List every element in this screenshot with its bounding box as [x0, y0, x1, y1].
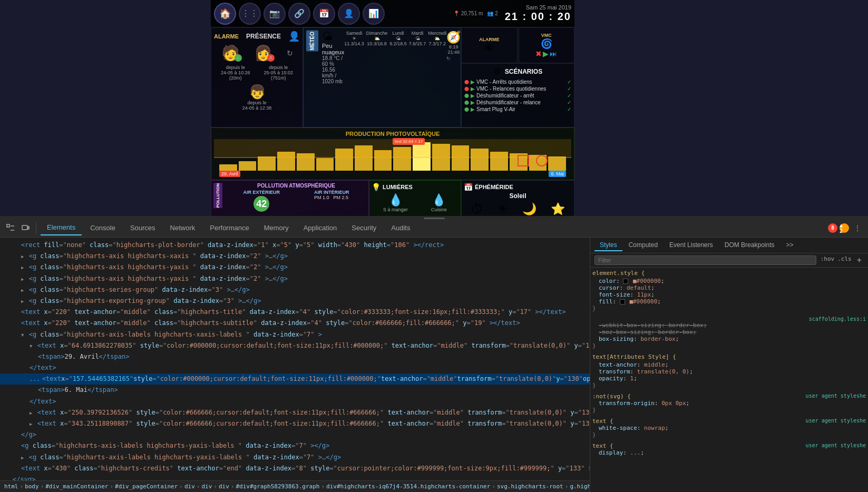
elements-content[interactable]: <rect fill="none" class="highcharts-plot… [0, 238, 590, 480]
reset-btn[interactable]: ↻ [446, 56, 461, 61]
text-avril-chevron[interactable] [30, 342, 32, 349]
tab-elements[interactable]: Elements [41, 221, 82, 235]
notification-badges: 8 ▲ 2 ⋮ [828, 222, 864, 234]
tab-network[interactable]: Network [164, 221, 202, 235]
breadcrumb-graph[interactable]: #div#graph58293863.graph [236, 483, 319, 490]
ephem-moon: 🌙 [522, 202, 537, 216]
meteo-icon: 🌤 [322, 31, 344, 43]
tab-console[interactable]: Console [84, 221, 122, 235]
ylabel2-chevron[interactable] [21, 454, 24, 461]
line-text-6mai-selected[interactable]: ... <text x="157.54465382165" style="col… [0, 373, 590, 385]
breadcrumb-highcharts-container[interactable]: div#highcharts-iq67j4-3514.highcharts-co… [326, 483, 490, 490]
tab-performance[interactable]: Performance [203, 221, 255, 235]
text4-chevron[interactable] [30, 420, 32, 427]
ephem-times: ⏱ ☀ 🌙 ⭐ [464, 202, 572, 217]
line-credits: <text x="430" class="highcharts-credits"… [0, 463, 590, 474]
sc2-label: VMC - Relances quotidiennes [476, 86, 546, 92]
chart-button[interactable]: 📊 [363, 3, 385, 25]
svg-rect-0 [7, 224, 9, 227]
tab-memory[interactable]: Memory [258, 221, 295, 235]
person-3-label: depuis le [214, 100, 300, 105]
star-icon: ⭐ [551, 202, 565, 216]
series-chevron[interactable] [21, 286, 24, 293]
fill-swatch-1 [620, 299, 625, 304]
moon-icon: 🌙 [522, 202, 537, 216]
tab-application[interactable]: Application [297, 221, 344, 235]
light-2-icon: 💧 [431, 193, 447, 207]
xaxis-chevron[interactable] [21, 252, 24, 260]
circle-1 [518, 155, 529, 166]
sc2-check: ✓ [567, 86, 571, 92]
xlabel-open-chevron[interactable] [21, 331, 24, 338]
filter-input[interactable] [594, 255, 816, 265]
cls-option[interactable]: .cls [837, 255, 852, 265]
css-prop-opacity: opacity: 1; [592, 375, 866, 382]
text3-chevron[interactable] [30, 409, 32, 416]
person-button[interactable]: 👤 [338, 3, 360, 25]
tab-security[interactable]: Security [345, 221, 383, 235]
line-title: <text x="220" text-anchor="middle" class… [0, 307, 590, 318]
css-rule-scaffolding: scaffolding.less:i -webkit-box-sizing: b… [592, 316, 866, 349]
sc1-check: ✓ [567, 79, 571, 85]
styles-toolbar: Styles Computed Event Listeners DOM Brea… [590, 238, 868, 253]
bc-sep-7: › [231, 483, 235, 490]
yaxis2-chevron[interactable] [21, 275, 24, 282]
breadcrumb-axis-labels[interactable]: g.highcharts-axis-labels.highcharts-xaxi… [570, 483, 590, 490]
ephem-star: ⭐ [551, 202, 565, 216]
person-1-detail1: 24-05 à 10:26 [221, 70, 250, 75]
export-chevron[interactable] [21, 297, 24, 304]
styles-content[interactable]: element.style { color: ■#000000; cursor:… [590, 268, 868, 492]
chart-labels: 29. Avril 6. Mai [214, 171, 571, 177]
breadcrumb-svg[interactable]: svg.highcharts-root [497, 483, 563, 490]
vmc-play[interactable]: ▶ [543, 50, 549, 58]
home-button[interactable]: 🏠 [214, 3, 236, 25]
camera-button[interactable]: 📷 [264, 3, 286, 25]
sun-icon: ☀ [498, 202, 508, 216]
calendar-button[interactable]: 📅 [313, 3, 335, 25]
line-text-3: <text x="250.39792136526" style="color:#… [0, 407, 590, 418]
more-options-button[interactable]: ⋮ [851, 222, 864, 234]
tab-dom-breakpoints[interactable]: DOM Breakpoints [719, 240, 780, 251]
scenarios-header: ⚙ SCÉNARIOS [464, 66, 571, 76]
breadcrumb-div3[interactable]: div [219, 483, 229, 490]
inspect-element-button[interactable] [4, 222, 17, 234]
sc2-play: ▶ [471, 86, 475, 92]
refresh-btn[interactable]: ↻ [287, 44, 293, 62]
person-2-avatar: 👩 ✗ [254, 44, 272, 62]
svg-rect-3 [22, 225, 27, 230]
tab-computed[interactable]: Computed [623, 240, 663, 251]
vmc-fast[interactable]: ⏭ [550, 50, 557, 58]
divider-handle[interactable] [0, 216, 868, 220]
tab-event-listeners[interactable]: Event Listeners [664, 240, 718, 251]
vmc-controls[interactable]: ✖ ▶ ⏭ [535, 50, 557, 58]
tab-styles[interactable]: Styles [594, 240, 622, 251]
bc-sep-4: › [179, 483, 183, 490]
breadcrumb-page-container[interactable]: #div_pageContainer [115, 483, 178, 490]
svg-rect-4 [28, 227, 29, 229]
pollution-vert-label: POLLUTION [213, 183, 222, 208]
gear-icon: ⚙ [493, 66, 501, 76]
css-prop-cursor: cursor: default; [592, 284, 866, 291]
tab-more[interactable]: >> [781, 240, 798, 251]
right-panels: ALARME 👁 VMC 🌀 ✖ ▶ ⏭ ⚙ SCÉNARIOS [461, 27, 574, 127]
sc4-label: Déshumidificateur - relance [476, 100, 541, 105]
ephem-panel: 📅 ÉPHÉMÉRIDE Soleil ⏱ ☀ 🌙 ⭐ 6:18 [461, 180, 574, 219]
line-ylabel-2: <g class="highcharts-axis-labels highcha… [0, 452, 590, 463]
add-rule-button[interactable]: + [855, 255, 864, 265]
menu-button[interactable]: ⋮⋮ [239, 3, 261, 25]
breadcrumb-html[interactable]: html [4, 483, 18, 490]
vmc-stop[interactable]: ✖ [535, 50, 542, 58]
bar-6 [316, 158, 334, 171]
breadcrumb-body[interactable]: body [25, 483, 39, 490]
css-prop-webkit-box: -webkit-box-sizing: border-box; [592, 322, 866, 329]
breadcrumb-div2[interactable]: div [201, 483, 212, 490]
device-toggle-button[interactable] [19, 222, 32, 234]
breadcrumb-div1[interactable]: div [184, 483, 195, 490]
yaxis1-chevron[interactable] [21, 263, 24, 271]
tab-sources[interactable]: Sources [124, 221, 162, 235]
meteo-content: 🌤 Peu nuageux 18.8 °C / 60 % 16.56 km/h … [322, 31, 458, 84]
hov-option[interactable]: :hov [821, 255, 835, 265]
network-button[interactable]: 🔗 [288, 3, 310, 25]
breadcrumb-main-container[interactable]: #div_mainContainer [45, 483, 108, 490]
tab-audits[interactable]: Audits [385, 221, 416, 235]
